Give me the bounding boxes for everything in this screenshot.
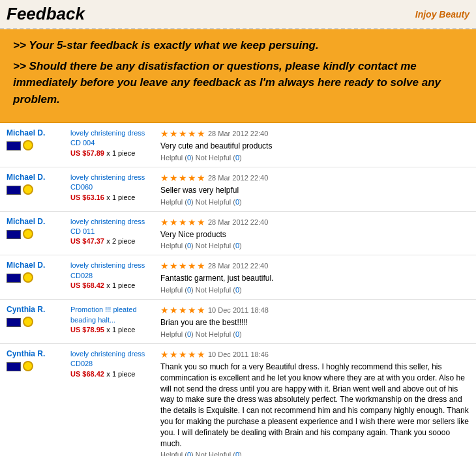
product-name[interactable]: Promotion !!! pleated beading halt... — [70, 305, 155, 325]
helpful-label: Helpful ( — [160, 286, 187, 294]
user-name[interactable]: Cynthia R. — [7, 305, 65, 314]
star-icon: ★ — [160, 261, 169, 271]
stars-row: ★★★★★ 28 Mar 2012 22:40 — [160, 217, 469, 227]
star-icon: ★ — [179, 305, 187, 315]
flag-icon — [7, 186, 21, 195]
product-price-row: US $63.16 x 1 piece — [70, 193, 155, 202]
page-title: Feedback — [7, 4, 85, 24]
helpful-row: Helpful (0) Not Helpful (0) — [160, 154, 469, 162]
medal-icon — [23, 361, 33, 371]
star-icon: ★ — [179, 349, 187, 360]
user-column: Michael D. — [7, 173, 65, 206]
helpful-row: Helpful (0) Not Helpful (0) — [160, 330, 469, 338]
helpful-label: Helpful ( — [160, 198, 187, 206]
star-icon: ★ — [197, 261, 205, 271]
star-icon: ★ — [188, 173, 196, 183]
product-qty: x 1 piece — [106, 326, 135, 334]
stars-row: ★★★★★ 28 Mar 2012 22:40 — [160, 173, 469, 183]
page-header: Feedback Injoy Beauty — [0, 0, 476, 29]
flag-icon — [7, 362, 21, 371]
product-name[interactable]: lovely christening dress CD028 — [70, 261, 155, 281]
star-icon: ★ — [197, 173, 205, 183]
flag-icon — [7, 318, 21, 327]
product-price-row: US $57.89 x 1 piece — [70, 149, 155, 158]
feedback-column: ★★★★★ 10 Dec 2011 18:46 Thank you so muc… — [160, 349, 469, 456]
star-icon: ★ — [179, 128, 187, 139]
user-meta — [7, 139, 65, 152]
user-column: Michael D. — [7, 261, 65, 294]
user-meta — [7, 183, 65, 197]
feedback-row: Cynthia R. Promotion !!! pleated beading… — [0, 300, 476, 344]
helpful-label: Helpful ( — [160, 330, 187, 338]
feedback-date: 28 Mar 2012 22:40 — [208, 262, 268, 270]
user-meta — [7, 227, 65, 241]
star-icon: ★ — [170, 305, 178, 315]
stars-row: ★★★★★ 28 Mar 2012 22:40 — [160, 261, 469, 271]
helpful-row: Helpful (0) Not Helpful (0) — [160, 286, 469, 294]
medal-icon — [23, 272, 33, 283]
stars-display: ★★★★★ — [160, 305, 205, 315]
star-icon: ★ — [188, 128, 196, 139]
feedback-column: ★★★★★ 28 Mar 2012 22:40 Very cute and be… — [160, 128, 469, 162]
product-column: lovely christening dress CD060 US $63.16… — [70, 173, 155, 206]
feedback-text: Brian you are the best!!!!! — [160, 317, 469, 328]
product-qty: x 1 piece — [106, 193, 135, 201]
feedback-date: 10 Dec 2011 18:48 — [208, 306, 269, 314]
flag-icon — [7, 230, 21, 239]
feedback-text: Fantastic garment, just beautiful. — [160, 273, 469, 284]
star-icon: ★ — [170, 349, 178, 360]
star-icon: ★ — [170, 217, 178, 227]
user-meta — [7, 271, 65, 285]
helpful-row: Helpful (0) Not Helpful (0) — [160, 242, 469, 249]
product-column: lovely christening dress CD028 US $68.42… — [70, 349, 155, 456]
feedback-date: 28 Mar 2012 22:40 — [208, 174, 268, 182]
feedback-date: 28 Mar 2012 22:40 — [208, 130, 268, 137]
not-helpful-label: Not Helpful ( — [196, 330, 235, 338]
user-name[interactable]: Michael D. — [7, 261, 65, 270]
stars-row: ★★★★★ 28 Mar 2012 22:40 — [160, 128, 469, 139]
feedback-row: Michael D. lovely christening dress CD06… — [0, 167, 476, 212]
star-icon: ★ — [170, 173, 178, 183]
product-qty: x 1 piece — [106, 370, 135, 378]
star-icon: ★ — [179, 217, 187, 227]
helpful-label: Helpful ( — [160, 154, 187, 162]
product-name[interactable]: lovely christening dress CD 004 — [70, 128, 155, 149]
star-icon: ★ — [188, 305, 196, 315]
product-price: US $63.16 — [70, 193, 104, 201]
feedback-text: Very Nice products — [160, 229, 469, 240]
star-icon: ★ — [160, 217, 169, 227]
product-column: Promotion !!! pleated beading halt... US… — [70, 305, 155, 338]
medal-icon — [23, 317, 33, 327]
product-name[interactable]: lovely christening dress CD060 — [70, 173, 155, 193]
user-column: Cynthia R. — [7, 305, 65, 338]
user-name[interactable]: Michael D. — [7, 173, 65, 182]
product-price-row: US $68.42 x 1 piece — [70, 281, 155, 290]
feedback-row: Michael D. lovely christening dress CD 0… — [0, 123, 476, 167]
product-price: US $78.95 — [70, 326, 104, 334]
product-column: lovely christening dress CD028 US $68.42… — [70, 261, 155, 294]
flag-icon — [7, 141, 21, 150]
helpful-row: Helpful (0) Not Helpful (0) — [160, 451, 469, 456]
user-name[interactable]: Michael D. — [7, 217, 65, 226]
not-helpful-label: Not Helpful ( — [196, 451, 235, 456]
user-meta — [7, 315, 65, 329]
feedback-list: Michael D. lovely christening dress CD 0… — [0, 123, 476, 456]
star-icon: ★ — [160, 128, 169, 139]
star-icon: ★ — [170, 128, 178, 139]
helpful-label: Helpful ( — [160, 451, 187, 456]
stars-display: ★★★★★ — [160, 349, 205, 360]
stars-display: ★★★★★ — [160, 217, 205, 227]
feedback-date: 28 Mar 2012 22:40 — [208, 218, 268, 226]
product-name[interactable]: lovely christening dress CD028 — [70, 349, 155, 369]
user-name[interactable]: Cynthia R. — [7, 349, 65, 358]
product-qty: x 2 piece — [106, 237, 135, 245]
product-name[interactable]: lovely christening dress CD 011 — [70, 217, 155, 237]
stars-row: ★★★★★ 10 Dec 2011 18:48 — [160, 305, 469, 315]
medal-icon — [23, 229, 33, 239]
user-column: Cynthia R. — [7, 349, 65, 456]
star-icon: ★ — [197, 305, 205, 315]
user-name[interactable]: Michael D. — [7, 128, 65, 137]
star-icon: ★ — [197, 128, 205, 139]
helpful-label: Helpful ( — [160, 242, 187, 249]
star-icon: ★ — [160, 173, 169, 183]
